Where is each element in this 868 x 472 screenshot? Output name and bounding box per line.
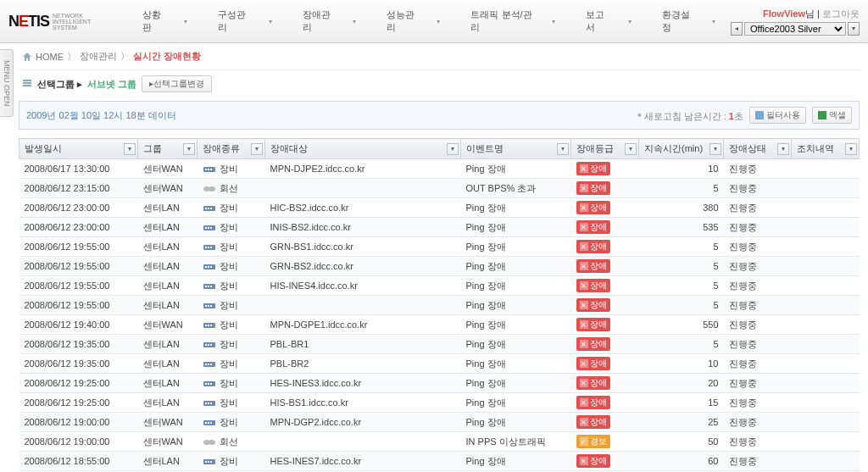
cell: 장비 [198, 452, 265, 471]
col-filter-icon[interactable]: ▾ [709, 143, 721, 155]
col-header-5[interactable]: 장애등급▾ [571, 139, 639, 159]
breadcrumb-current: 실시간 장애현황 [133, 50, 201, 63]
col-header-0[interactable]: 발생일시▾ [19, 139, 138, 159]
table-row[interactable]: 2008/06/12 19:00:00센터WAN장비MPN-DGP2.idcc.… [19, 413, 860, 432]
logo: NETIS NETWORK INTELLIGENT SYSTEM [8, 13, 127, 31]
main-nav: 상황판구성관리장애관리성능관리트래픽 분석/관리보고서환경설정 [127, 3, 731, 39]
cell [792, 237, 860, 257]
col-filter-icon[interactable]: ▾ [183, 143, 195, 155]
cell: 2008/06/12 18:55:00 [19, 452, 138, 471]
table-row[interactable]: 2008/06/12 19:55:00센터LAN장비GRN-BS2.idcc.c… [19, 257, 860, 276]
nav-item-1[interactable]: 구성관리 [203, 3, 287, 39]
nav-item-5[interactable]: 보고서 [570, 3, 646, 39]
cell: Ping 장애 [461, 413, 571, 432]
breadcrumb-home[interactable]: HOME [36, 52, 64, 62]
col-filter-icon[interactable]: ▾ [447, 143, 459, 155]
nav-item-3[interactable]: 성능관리 [371, 3, 455, 39]
cell: 센터LAN [138, 452, 198, 471]
table-row[interactable]: 2008/06/12 18:55:00센터LAN장비HES-INES7.idcc… [19, 452, 860, 471]
cell [792, 296, 860, 315]
col-filter-icon[interactable]: ▾ [777, 143, 789, 155]
col-header-1[interactable]: 그룹▾ [138, 139, 198, 159]
col-header-7[interactable]: 장애상태▾ [724, 139, 792, 159]
nav-item-2[interactable]: 장애관리 [287, 3, 371, 39]
cell: Ping 장애 [461, 315, 571, 335]
col-header-2[interactable]: 장애종류▾ [198, 139, 265, 159]
svg-rect-29 [208, 286, 209, 287]
col-filter-icon[interactable]: ▾ [625, 143, 637, 155]
excel-button[interactable]: 엑셀 [812, 107, 852, 124]
cell: HIC-BS2.idcc.co.kr [265, 198, 461, 218]
cell: MPN-DGPE1.idcc.co.kr [265, 315, 461, 335]
svg-rect-12 [205, 208, 207, 209]
device-icon [203, 320, 216, 330]
cell: ✕장애 [571, 413, 639, 432]
svg-rect-3 [755, 111, 764, 119]
cell: 380 [639, 198, 724, 218]
cell: 5 [639, 179, 724, 198]
svg-rect-16 [205, 227, 207, 229]
cell: ✕장애 [571, 315, 639, 335]
table-row[interactable]: 2008/06/12 23:15:00센터WAN회선OUT BPS% 초과✕장애… [19, 179, 860, 198]
breadcrumb-mid[interactable]: 장애관리 [80, 50, 117, 63]
table-row[interactable]: 2008/06/12 19:35:00센터LAN장비PBL-BR1Ping 장애… [19, 335, 860, 354]
grade-badge: ✕장애 [576, 357, 610, 370]
theme-dropdown-icon[interactable]: ▾ [848, 22, 860, 36]
col-header-3[interactable]: 장애대상▾ [265, 139, 461, 159]
table-row[interactable]: 2008/06/12 19:25:00센터LAN장비HES-INES3.idcc… [19, 374, 860, 393]
cell: HES-INES3.idcc.co.kr [265, 374, 461, 393]
cell: 센터WAN [138, 413, 198, 432]
cell: 진행중 [724, 237, 792, 257]
group-bar: 선택그룹 ▸ 서브넷 그룹 ▸선택그룹변경 [19, 69, 860, 97]
logout-link[interactable]: 로그아웃 [822, 8, 860, 19]
badge-mark-icon: ✕ [580, 359, 588, 368]
table-row[interactable]: 2008/06/12 19:25:00센터LAN장비HIS-BS1.idcc.c… [19, 393, 860, 413]
table-row[interactable]: 2008/06/12 23:00:00센터LAN장비INIS-BS2.idcc.… [19, 218, 860, 237]
col-header-8[interactable]: 조치내역▾ [792, 139, 860, 159]
cell: 2008/06/12 23:00:00 [19, 198, 138, 218]
grade-badge: ✕장애 [576, 162, 610, 175]
table-row[interactable]: 2008/06/12 19:55:00센터LAN장비Ping 장애✕장애5진행중 [19, 296, 860, 315]
table-row[interactable]: 2008/06/17 13:30:00센터WAN장비MPN-DJPE2.idcc… [19, 159, 860, 179]
nav-item-6[interactable]: 환경설정 [647, 3, 731, 39]
refresh-info: ＊새로고침 남은시간 : 1초 필터사용 엑셀 [635, 107, 852, 124]
col-filter-icon[interactable]: ▾ [845, 143, 857, 155]
cell: 센터LAN [138, 354, 198, 374]
change-group-button[interactable]: ▸선택그룹변경 [142, 75, 212, 92]
cell: GRN-BS2.idcc.co.kr [265, 257, 461, 276]
home-icon[interactable] [22, 52, 32, 62]
cell: 진행중 [724, 452, 792, 471]
svg-rect-6 [205, 169, 207, 170]
svg-rect-49 [208, 383, 209, 385]
device-icon [203, 359, 216, 369]
svg-rect-48 [205, 383, 207, 385]
menu-open-tab[interactable]: MENU OPEN [0, 49, 14, 117]
cell: GRN-BS1.idcc.co.kr [265, 237, 461, 257]
cell: 진행중 [724, 393, 792, 413]
table-row[interactable]: 2008/06/12 19:40:00센터WAN장비MPN-DGPE1.idcc… [19, 315, 860, 335]
table-row[interactable]: 2008/06/12 19:55:00센터LAN장비HIS-INES4.idcc… [19, 276, 860, 296]
theme-prev-icon[interactable]: ◂ [731, 22, 743, 36]
cell: 진행중 [724, 374, 792, 393]
col-header-6[interactable]: 지속시간(min)▾ [639, 139, 724, 159]
table-row[interactable]: 2008/06/12 19:55:00센터LAN장비GRN-BS1.idcc.c… [19, 237, 860, 257]
col-filter-icon[interactable]: ▾ [557, 143, 569, 155]
cell [792, 179, 860, 198]
badge-mark-icon: ✕ [580, 281, 588, 290]
nav-item-0[interactable]: 상황판 [127, 3, 203, 39]
col-filter-icon[interactable]: ▾ [251, 143, 263, 155]
cell: 진행중 [724, 432, 792, 452]
col-filter-icon[interactable]: ▾ [124, 143, 136, 155]
svg-rect-45 [208, 364, 209, 365]
table-row[interactable]: 2008/06/12 23:00:00센터LAN장비HIC-BS2.idcc.c… [19, 198, 860, 218]
grade-badge: ✕장애 [576, 396, 610, 409]
table-row[interactable]: 2008/06/12 19:35:00센터LAN장비PBL-BR2Ping 장애… [19, 354, 860, 374]
nav-item-4[interactable]: 트래픽 분석/관리 [455, 3, 570, 39]
filter-button[interactable]: 필터사용 [749, 107, 806, 124]
cell: Ping 장애 [461, 257, 571, 276]
svg-rect-34 [210, 305, 212, 307]
col-header-4[interactable]: 이벤트명▾ [461, 139, 571, 159]
table-row[interactable]: 2008/06/12 19:00:00센터WAN회선IN PPS 이상트래픽✓경… [19, 432, 860, 452]
theme-select[interactable]: Office2003 Silver [744, 22, 846, 36]
grade-badge: ✕장애 [576, 181, 610, 195]
